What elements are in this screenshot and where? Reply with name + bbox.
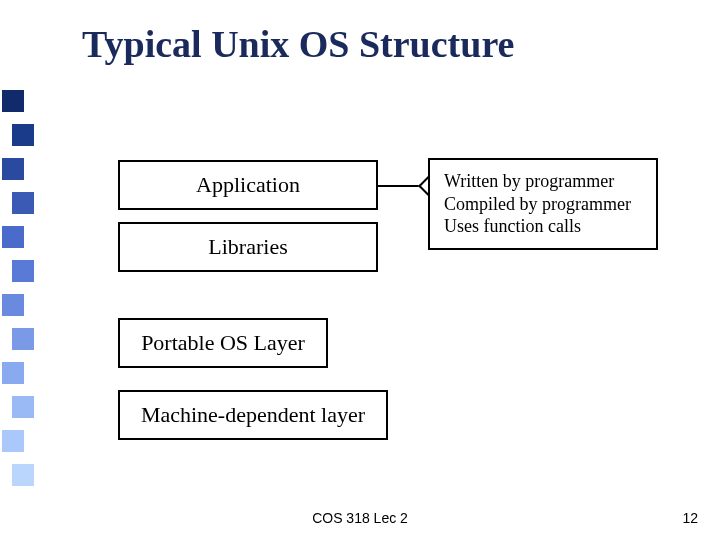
slide: Typical Unix OS Structure Application Li… <box>0 0 720 540</box>
box-machine-dependent: Machine-dependent layer <box>118 390 388 440</box>
sidebar-decoration <box>0 0 35 540</box>
callout-line-1: Written by programmer <box>444 170 642 193</box>
box-libraries-label: Libraries <box>208 234 287 260</box>
callout-box: Written by programmer Compiled by progra… <box>428 158 658 250</box>
box-machine-label: Machine-dependent layer <box>141 402 365 428</box>
sidebar-square <box>12 260 34 282</box>
sidebar-square <box>2 430 24 452</box>
sidebar-square <box>12 328 34 350</box>
sidebar-square <box>12 192 34 214</box>
box-libraries: Libraries <box>118 222 378 272</box>
footer-center: COS 318 Lec 2 <box>0 510 720 526</box>
box-portable-label: Portable OS Layer <box>141 330 305 356</box>
box-application-label: Application <box>196 172 300 198</box>
slide-title: Typical Unix OS Structure <box>82 22 514 66</box>
sidebar-square <box>12 124 34 146</box>
sidebar-square <box>2 90 24 112</box>
box-application: Application <box>118 160 378 210</box>
footer-page-number: 12 <box>682 510 698 526</box>
sidebar-square <box>2 158 24 180</box>
box-portable-os: Portable OS Layer <box>118 318 328 368</box>
sidebar-square <box>2 226 24 248</box>
callout-line-2: Compiled by programmer <box>444 193 642 216</box>
sidebar-square <box>2 294 24 316</box>
sidebar-square <box>2 362 24 384</box>
sidebar-square <box>12 396 34 418</box>
sidebar-square <box>12 464 34 486</box>
callout-line-3: Uses function calls <box>444 215 642 238</box>
